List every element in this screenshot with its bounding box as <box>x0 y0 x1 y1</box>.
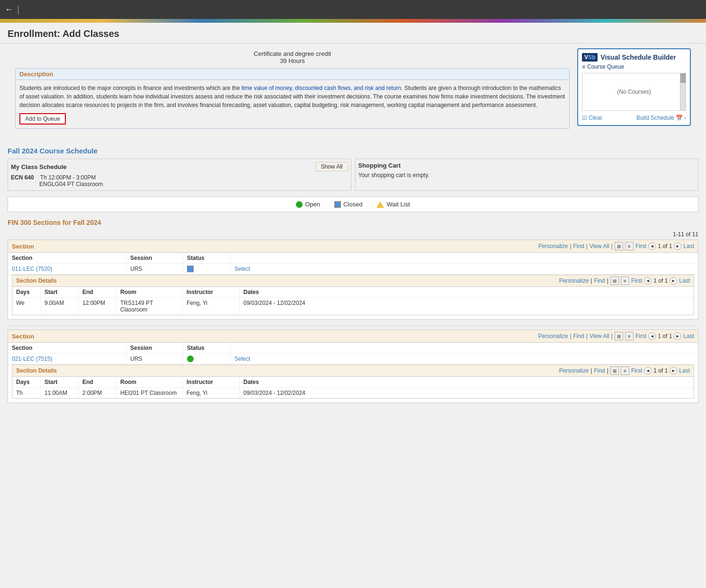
vsb-build-button[interactable]: Build Schedule 📅 › <box>636 115 686 121</box>
section-data-row-1: 011-LEC (7520) URS Select <box>8 264 698 275</box>
select-button-2[interactable]: Select <box>234 356 250 362</box>
details-personalize-2[interactable]: Personalize <box>559 367 589 374</box>
detail-days-2: Th <box>12 388 41 398</box>
details-find-1[interactable]: Find <box>594 277 605 284</box>
details-prev-2[interactable]: ◄ <box>644 367 652 374</box>
section-find-link-1[interactable]: Find <box>573 243 584 249</box>
details-first-2[interactable]: First <box>631 367 642 374</box>
col-section-2: Section <box>8 343 126 353</box>
section-nav-2: Personalize | Find | View All | ⊞ ≡ Firs… <box>538 332 694 340</box>
credit-hours: 39 Hours <box>15 57 570 64</box>
page-title-bar: Enrollment: Add Classes <box>0 23 706 44</box>
section-link-2[interactable]: 021-LEC (7515) <box>12 356 52 362</box>
section-viewall-link-2[interactable]: View All <box>590 333 609 339</box>
description-header: Description <box>16 69 569 80</box>
section-prev-1[interactable]: ◄ <box>648 242 656 250</box>
col-session-1: Session <box>126 253 183 263</box>
section-status-2 <box>183 354 231 364</box>
section-prev-2[interactable]: ◄ <box>648 332 656 340</box>
section-page-info-1: 1 of 1 <box>658 243 672 249</box>
details-find-2[interactable]: Find <box>594 367 605 374</box>
detail-room-2: HEI201 PT Classroom <box>116 388 183 398</box>
detail-col-instructor-1: Instructor <box>183 287 240 298</box>
vsb-queue-area: (No Courses) <box>582 73 686 111</box>
show-all-button[interactable]: Show All <box>315 162 348 171</box>
col-action-1 <box>231 253 698 263</box>
details-last-2[interactable]: Last <box>679 367 690 374</box>
detail-col-room-1: Room <box>116 287 183 298</box>
legend-closed: Closed <box>334 201 362 208</box>
add-to-queue-button[interactable]: Add to Queue <box>19 113 66 125</box>
section-divider <box>8 325 698 326</box>
vsb-subtitle: ≡ Course Queue <box>582 63 686 70</box>
detail-col-start-2: Start <box>41 377 79 388</box>
class-name: ECN 640 <box>11 174 34 181</box>
section-list-icon-1[interactable]: ≡ <box>625 242 634 250</box>
section-viewall-link-1[interactable]: View All <box>590 243 609 249</box>
details-first-1[interactable]: First <box>631 277 642 284</box>
vsb-build-label: Build Schedule <box>636 115 674 121</box>
col-section-1: Section <box>8 253 126 263</box>
col-action-2 <box>231 343 698 353</box>
status-closed-icon-1 <box>187 266 194 272</box>
details-prev-1[interactable]: ◄ <box>644 277 652 285</box>
section-first-2[interactable]: First <box>635 333 646 339</box>
details-header-row-2: Section Details Personalize | Find | ⊞ ≡… <box>12 365 694 377</box>
section-grid-icon-2[interactable]: ⊞ <box>615 332 623 340</box>
cart-empty-message: Your shopping cart is empty. <box>358 172 696 178</box>
section-status-1 <box>183 264 231 274</box>
details-list-icon-2[interactable]: ≡ <box>621 366 629 375</box>
detail-instructor-2: Feng, Yi <box>183 388 240 398</box>
details-grid-icon-2[interactable]: ⊞ <box>610 366 619 375</box>
details-next-2[interactable]: ► <box>670 367 677 374</box>
section-grid-icon-1[interactable]: ⊞ <box>615 242 623 250</box>
fin-section-title: FIN 300 Sections for Fall 2024 <box>8 216 698 229</box>
vsb-clear-button[interactable]: ☑ Clear <box>582 115 602 121</box>
back-button[interactable]: ← <box>5 5 13 15</box>
section-header-title-2: Section <box>12 333 34 340</box>
section-personalize-link-2[interactable]: Personalize <box>538 333 568 339</box>
details-cols-header-2: Days Start End Room Instructor Dates <box>12 377 694 388</box>
page-title: Enrollment: Add Classes <box>8 28 698 39</box>
credit-type: Certificate and degree credit <box>15 50 570 57</box>
vsb-widget: VSb Visual Schedule Builder ≡ Course Que… <box>577 48 691 126</box>
select-button-1[interactable]: Select <box>234 266 250 272</box>
vsb-logo: VSb <box>582 53 598 62</box>
vsb-logo-v: V <box>584 54 588 61</box>
details-title-2: Section Details <box>16 367 57 374</box>
section-last-2[interactable]: Last <box>683 333 694 339</box>
details-next-1[interactable]: ► <box>670 277 677 285</box>
detail-dates-1: 09/03/2024 - 12/02/2024 <box>240 298 694 315</box>
vsb-scrollbar-thumb <box>680 73 686 83</box>
detail-days-1: We <box>12 298 41 315</box>
section-find-link-2[interactable]: Find <box>573 333 584 339</box>
col-status-1: Status <box>183 253 231 263</box>
detail-col-instructor-2: Instructor <box>183 377 240 388</box>
legend-waitlist: Wait List <box>376 201 410 208</box>
section-first-1[interactable]: First <box>635 243 646 249</box>
section-header-row-1: Section Personalize | Find | View All | … <box>8 240 698 253</box>
section-next-2[interactable]: ► <box>674 332 681 340</box>
section-link-1[interactable]: 011-LEC (7520) <box>12 266 52 272</box>
vsb-scrollbar[interactable] <box>680 73 686 110</box>
vsb-subtitle-text: Course Queue <box>587 63 624 70</box>
section-personalize-link-1[interactable]: Personalize <box>538 243 568 249</box>
class-entry: ECN 640 Th 12:00PM - 3:00PM ENGLG04 PT C… <box>11 174 348 187</box>
details-data-row-2: Th 11:00AM 2:00PM HEI201 PT Classroom Fe… <box>12 388 694 398</box>
vsb-footer: ☑ Clear Build Schedule 📅 › <box>582 115 686 121</box>
vsb-clear-label: Clear <box>589 115 602 121</box>
section-last-1[interactable]: Last <box>683 243 694 249</box>
my-class-label: My Class Schedule <box>11 163 67 170</box>
section-cols-header-2: Section Session Status <box>8 343 698 354</box>
details-grid-icon-1[interactable]: ⊞ <box>610 276 619 285</box>
section-select-1: Select <box>231 264 698 274</box>
section-session-2: URS <box>126 354 183 364</box>
details-list-icon-1[interactable]: ≡ <box>621 276 629 285</box>
vsb-logo-sb: Sb <box>588 54 595 61</box>
section-next-1[interactable]: ► <box>674 242 681 250</box>
details-personalize-1[interactable]: Personalize <box>559 277 589 284</box>
legend-bar: Open Closed Wait List <box>8 196 698 212</box>
section-list-icon-2[interactable]: ≡ <box>625 332 634 340</box>
details-last-1[interactable]: Last <box>679 277 690 284</box>
detail-col-start-1: Start <box>41 287 79 298</box>
